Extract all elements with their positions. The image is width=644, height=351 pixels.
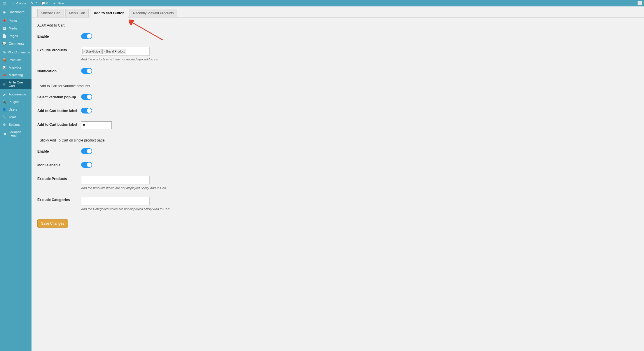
sidebar-item-label: Users <box>9 108 17 111</box>
label-button-label-input: Add to Cart button label <box>37 118 81 132</box>
admin-bar: ⓦ ⌂Progos ⟳7 💬0 ＋New <box>0 0 644 6</box>
tab-add-to-cart-button[interactable]: Add to cart Button <box>90 9 128 18</box>
section-title-variable: Add to Cart for variable products <box>37 78 638 90</box>
label-ajax-exclude-products: Exclude Products <box>37 43 81 64</box>
tab-recently-viewed[interactable]: Recently Viewed Products <box>130 9 177 17</box>
sidebar-item-posts[interactable]: 📌Posts <box>0 17 32 25</box>
input-sticky-exclude-products[interactable] <box>81 176 150 184</box>
sidebar-item-label: Marketing <box>9 73 23 77</box>
close-icon[interactable]: × <box>104 50 105 53</box>
sidebar-item-label: Plugins <box>9 100 19 104</box>
label-button-label-toggle: Add to Cart button label <box>37 104 81 118</box>
pages-icon: 📄 <box>2 34 6 38</box>
label-ajax-notification: Notification <box>37 64 81 78</box>
sidebar-item-woocommerce[interactable]: 🛍WooCommerce <box>0 48 32 56</box>
updates-count: 7 <box>35 1 37 5</box>
tab-sidebar-cart[interactable]: Sidebar Cart <box>37 9 64 17</box>
admin-sidebar: ◉Dashboard📌Posts🖼Media📄Pages💬Comments🛍Wo… <box>0 6 32 351</box>
site-name-text: Progos <box>16 1 26 5</box>
sidebar-item-label: All In One Cart <box>9 81 29 88</box>
sidebar-item-dashboard[interactable]: ◉Dashboard <box>0 8 32 16</box>
sidebar-item-settings[interactable]: ⚙Settings <box>0 121 32 128</box>
users-icon: 👤 <box>2 107 6 111</box>
analytics-icon: 📊 <box>2 65 6 69</box>
sidebar-item-label: Products <box>9 58 21 62</box>
toggle-sticky-enable[interactable] <box>81 148 92 154</box>
label-sticky-mobile: Mobile enable <box>37 158 81 172</box>
token-brand-product[interactable]: ×Brand Product <box>102 49 126 54</box>
wp-logo[interactable]: ⓦ <box>2 1 6 5</box>
posts-icon: 📌 <box>2 19 6 23</box>
desc-sticky-exclude-products: Add the products which are not displayed… <box>81 186 638 190</box>
plugins-icon: 🔌 <box>2 100 6 104</box>
token-size-guide[interactable]: ×Size Guide <box>82 49 102 54</box>
toggle-button-label[interactable] <box>81 108 92 113</box>
sidebar-item-plugins[interactable]: 🔌Plugins <box>0 98 32 106</box>
sidebar-item-appearance[interactable]: 🖌Appearance <box>0 90 32 98</box>
sidebar-item-label: Media <box>9 27 18 30</box>
label-variation-popup: Select variation pop-up <box>37 90 81 104</box>
label-sticky-exclude-categories: Exclude Categories <box>37 193 81 214</box>
sidebar-item-label: Pages <box>9 34 18 38</box>
dashboard-icon: ◉ <box>2 10 6 14</box>
sidebar-item-label: WooCommerce <box>8 50 30 54</box>
token-label: Brand Product <box>106 50 125 53</box>
label-sticky-enable: Enable <box>37 145 81 158</box>
home-icon: ⌂ <box>10 1 15 5</box>
sidebar-item-comments[interactable]: 💬Comments <box>0 40 32 47</box>
input-button-label[interactable] <box>81 121 112 129</box>
all-in-one-cart-icon: 🛒 <box>2 82 6 86</box>
sidebar-item-label: Dashboard <box>9 10 24 14</box>
toggle-sticky-mobile[interactable] <box>81 162 92 168</box>
sidebar-item-label: Appearance <box>9 92 26 96</box>
sidebar-item-label: Settings <box>9 123 20 126</box>
settings-icon: ⚙ <box>2 123 6 127</box>
label-sticky-exclude-products: Exclude Products <box>37 172 81 193</box>
media-icon: 🖼 <box>2 26 6 30</box>
toggle-variation-popup[interactable] <box>81 94 92 100</box>
sidebar-item-label: Tools <box>9 115 16 119</box>
save-button[interactable]: Save Changes <box>37 219 68 228</box>
sidebar-item-all-in-one-cart[interactable]: 🛒All In One Cart <box>0 79 32 89</box>
updates-link[interactable]: ⟳7 <box>30 1 37 5</box>
comments-count: 0 <box>46 1 48 5</box>
user-avatar[interactable] <box>638 1 642 5</box>
new-link[interactable]: ＋New <box>52 1 64 5</box>
input-sticky-exclude-categories[interactable] <box>81 197 150 205</box>
sidebar-item-analytics[interactable]: 📊Analytics <box>0 64 32 71</box>
section-title-sticky: Sticky Add To Cart on single product pag… <box>37 132 638 145</box>
site-name-link[interactable]: ⌂Progos <box>10 1 26 5</box>
desc-sticky-exclude-categories: Add the Categories which are not display… <box>81 207 638 211</box>
close-icon[interactable]: × <box>84 50 85 53</box>
sidebar-item-tools[interactable]: 🔧Tools <box>0 113 32 121</box>
marketing-icon: 📣 <box>2 73 6 77</box>
sidebar-item-pages[interactable]: 📄Pages <box>0 32 32 40</box>
toggle-ajax-notification[interactable] <box>81 68 92 74</box>
wordpress-icon: ⓦ <box>2 1 6 5</box>
section-title-ajax: AJAX Add to Cart <box>37 18 638 30</box>
token-label: Size Guide <box>86 50 100 53</box>
content-area: Sidebar CartMenu CartAdd to cart ButtonR… <box>32 6 644 351</box>
collapse-icon: ◀ <box>2 132 6 136</box>
input-ajax-exclude-products[interactable]: ×Size Guide ×Brand Product <box>81 47 150 56</box>
comments-icon: 💬 <box>2 41 6 46</box>
tab-menu-cart[interactable]: Menu Cart <box>65 9 89 17</box>
appearance-icon: 🖌 <box>2 92 6 96</box>
updates-icon: ⟳ <box>30 1 34 5</box>
sidebar-item-users[interactable]: 👤Users <box>0 106 32 113</box>
sidebar-item-label: Collapse menu <box>8 130 29 137</box>
new-label: New <box>57 1 64 5</box>
desc-ajax-exclude-products: Add the products which are not applied a… <box>81 57 638 61</box>
sidebar-item-label: Analytics <box>9 66 22 69</box>
sidebar-item-media[interactable]: 🖼Media <box>0 25 32 32</box>
comment-icon: 💬 <box>41 1 45 5</box>
woocommerce-icon: 🛍 <box>2 50 6 54</box>
sidebar-item-label: Posts <box>9 19 17 22</box>
sidebar-item-collapse[interactable]: ◀Collapse menu <box>0 128 32 139</box>
comments-link[interactable]: 💬0 <box>41 1 48 5</box>
sidebar-item-products[interactable]: 📦Products <box>0 56 32 64</box>
sidebar-item-label: Comments <box>9 42 24 45</box>
sidebar-item-marketing[interactable]: 📣Marketing <box>0 71 32 79</box>
tools-icon: 🔧 <box>2 115 6 119</box>
toggle-ajax-enable[interactable] <box>81 33 92 39</box>
